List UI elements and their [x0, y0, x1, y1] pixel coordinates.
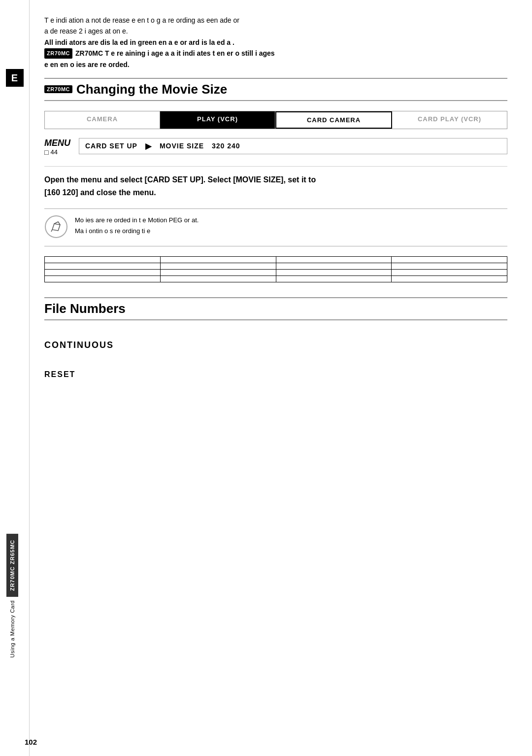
intro-text-block: T e indi ation a not de rease e en t o g…	[44, 15, 507, 70]
table-header-row	[45, 257, 507, 263]
card-set-up-label: CARD SET UP	[85, 142, 137, 150]
svg-point-0	[45, 216, 67, 238]
mode-tabs-bar: CAMERA PLAY (VCR) CARD CAMERA CARD PLAY …	[44, 111, 507, 129]
section1-heading: ZR70MC Changing the Movie Size	[44, 78, 507, 101]
instruction-block: Open the menu and select [CARD SET UP]. …	[44, 166, 507, 199]
table-cell	[276, 270, 392, 276]
intro-line5: e en en o ies are re orded.	[44, 59, 507, 70]
intro-line3: All indi ators are dis la ed in green en…	[44, 37, 507, 48]
table-cell	[45, 270, 161, 276]
tab-play-vcr[interactable]: PLAY (VCR)	[160, 111, 275, 129]
table-header-col1	[45, 257, 161, 263]
table-header-col4	[392, 257, 507, 263]
section2-title: File Numbers	[44, 301, 126, 316]
table-cell	[276, 263, 392, 270]
section2-heading: File Numbers	[44, 297, 507, 320]
instruction-line2: [160 120] and close the menu.	[44, 186, 507, 199]
table-cell	[160, 263, 276, 270]
sidebar-vertical-area: ZR70MC ZR65MC Using a Memory Card	[0, 534, 25, 657]
menu-page: □ 44	[44, 148, 58, 156]
page-number-ref: 44	[50, 148, 57, 156]
table-cell	[392, 263, 507, 270]
menu-label: MENU	[44, 138, 74, 148]
note-text-line1: Mo ies are re orded in t e Motion PEG or…	[75, 215, 199, 226]
continuous-label: CONTINUOUS	[44, 340, 507, 350]
tab-card-camera[interactable]: CARD CAMERA	[275, 111, 392, 129]
table-cell	[276, 276, 392, 282]
table-row	[45, 270, 507, 276]
section1-badge: ZR70MC	[44, 85, 72, 93]
table-row	[45, 263, 507, 270]
data-table	[44, 256, 507, 282]
left-sidebar: E ZR70MC ZR65MC Using a Memory Card	[0, 0, 30, 756]
sidebar-tab: ZR70MC ZR65MC	[6, 534, 18, 597]
note-text-area: Mo ies are re orded in t e Motion PEG or…	[75, 215, 199, 240]
section-letter-e: E	[6, 69, 24, 87]
inline-badge: ZR70MC	[44, 48, 72, 59]
tab-camera[interactable]: CAMERA	[45, 111, 160, 129]
table-header-col2	[160, 257, 276, 263]
movie-size-label: MOVIE SIZE	[160, 142, 204, 150]
menu-content-box: CARD SET UP ▶ MOVIE SIZE 320 240	[79, 138, 507, 154]
sidebar-tab-label: ZR70MC ZR65MC	[9, 540, 15, 591]
section1-title: Changing the Movie Size	[76, 82, 227, 97]
table-cell	[45, 263, 161, 270]
intro-line1: T e indi ation a not de rease e en t o g…	[44, 15, 507, 26]
intro-line2: a de rease 2 i ages at on e.	[44, 26, 507, 36]
table-cell	[160, 276, 276, 282]
note-icon-container	[44, 215, 68, 240]
tab-card-play-vcr[interactable]: CARD PLAY (VCR)	[392, 111, 507, 129]
table-cell	[160, 270, 276, 276]
note-text-line2: Ma i ontin o s re ording ti e	[75, 226, 199, 237]
svg-line-1	[51, 230, 52, 232]
sidebar-sublabel: Using a Memory Card	[9, 600, 15, 657]
instruction-line1: Open the menu and select [CARD SET UP]. …	[44, 173, 507, 186]
table-cell	[392, 270, 507, 276]
menu-row: MENU □ 44 CARD SET UP ▶ MOVIE SIZE 320 2…	[44, 138, 507, 156]
note-pencil-icon	[44, 215, 68, 239]
note-box: Mo ies are re orded in t e Motion PEG or…	[44, 208, 507, 246]
table-header-col3	[276, 257, 392, 263]
intro-line4: ZR70MC T e re aining i age a a it indi a…	[75, 48, 275, 59]
menu-left-area: MENU □ 44	[44, 138, 74, 156]
size-value: 320 240	[212, 142, 240, 150]
table-row	[45, 276, 507, 282]
page-number: 102	[25, 738, 37, 746]
arrow-right-icon: ▶	[145, 141, 152, 151]
table-cell	[392, 276, 507, 282]
main-content: T e indi ation a not de rease e en t o g…	[30, 0, 532, 756]
page-icon: □	[44, 148, 48, 156]
continuous-section: CONTINUOUS	[44, 340, 507, 350]
table-cell	[45, 276, 161, 282]
reset-label: RESET	[44, 370, 507, 379]
